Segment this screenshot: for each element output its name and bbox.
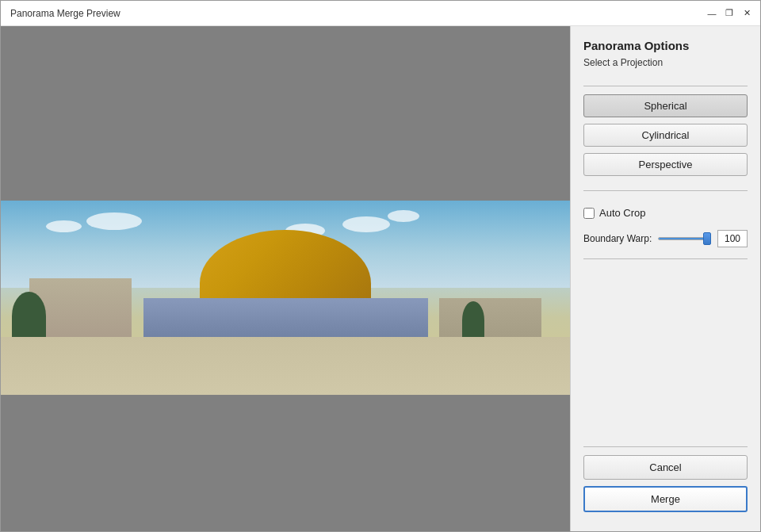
auto-crop-row: Auto Crop (583, 207, 748, 219)
title-bar: Panorama Merge Preview — ❐ ✕ (1, 1, 760, 26)
maximize-button[interactable]: ❐ (722, 6, 736, 21)
merge-button[interactable]: Merge (583, 486, 748, 512)
preview-area (1, 26, 570, 531)
cancel-button[interactable]: Cancel (583, 455, 748, 480)
sidebar: Panorama Options Select a Projection Sph… (570, 26, 760, 531)
boundary-warp-label: Boundary Warp: (583, 233, 652, 244)
panorama-image (1, 201, 570, 395)
bottom-divider (583, 446, 748, 447)
trees-left (12, 292, 46, 340)
spherical-button[interactable]: Spherical (583, 94, 748, 117)
cloud-5 (46, 220, 82, 232)
auto-crop-label[interactable]: Auto Crop (599, 207, 646, 219)
close-button[interactable]: ✕ (740, 6, 754, 21)
divider-mid (583, 190, 748, 191)
panorama-render (1, 201, 570, 395)
divider-lower (583, 258, 748, 259)
trees-right (462, 301, 485, 340)
sidebar-title: Panorama Options (583, 39, 748, 52)
auto-crop-checkbox[interactable] (583, 208, 595, 219)
plaza-ground (1, 337, 570, 396)
boundary-warp-thumb[interactable] (703, 232, 711, 245)
window-controls: — ❐ ✕ (705, 6, 754, 21)
main-content: Panorama Options Select a Projection Sph… (1, 26, 760, 531)
divider-top (583, 86, 748, 86)
spacer (583, 267, 748, 438)
boundary-warp-value[interactable] (717, 230, 748, 247)
cloud-1 (342, 216, 390, 232)
window-title: Panorama Merge Preview (10, 8, 120, 19)
boundary-warp-track (658, 237, 711, 240)
boundary-warp-slider-container (658, 237, 711, 240)
boundary-warp-row: Boundary Warp: (583, 230, 748, 247)
cloud-4 (86, 212, 142, 230)
cylindrical-button[interactable]: Cylindrical (583, 124, 748, 147)
perspective-button[interactable]: Perspective (583, 153, 748, 176)
main-window: Panorama Merge Preview — ❐ ✕ (0, 0, 761, 532)
minimize-button[interactable]: — (705, 6, 719, 21)
sidebar-subtitle: Select a Projection (583, 57, 748, 68)
